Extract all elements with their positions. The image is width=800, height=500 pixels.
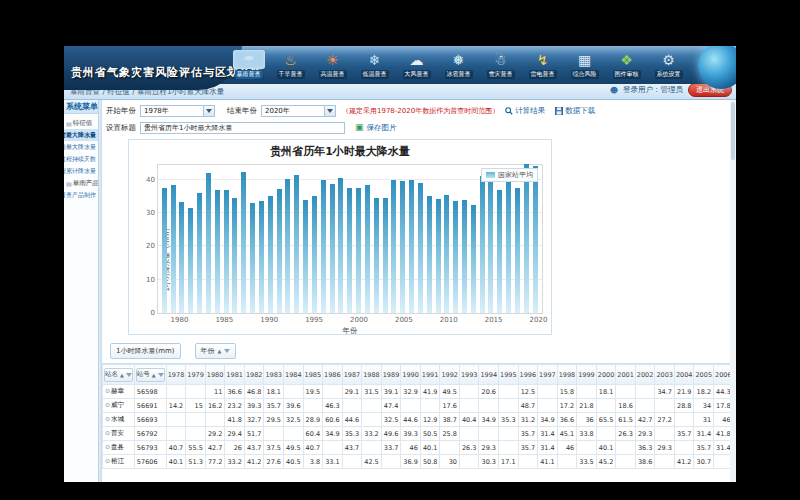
nav-item[interactable]: ♨干旱普查 (271, 50, 310, 79)
main-panel: 开始年份 1978年 结束年份 2020年 （规定采用1978-2020年数据作… (102, 100, 736, 482)
year-column-header[interactable]: 2001 (616, 365, 636, 385)
year-column-header[interactable]: 1985 (303, 365, 323, 385)
year-column-header[interactable]: 1978 (166, 365, 186, 385)
year-column-header[interactable]: 1998 (557, 365, 577, 385)
vertical-scrollbar[interactable] (730, 100, 736, 482)
row-radio-icon[interactable]: ⊙ (105, 401, 110, 408)
value-cell (362, 399, 382, 413)
bar (285, 179, 290, 313)
table-row[interactable]: ⊙赫章565981136.646.818.119.529.131.539.132… (103, 385, 737, 399)
table-row[interactable]: ⊙普安5679229.229.451.760.434.935.333.249.6… (103, 427, 737, 441)
row-radio-icon[interactable]: ⊙ (105, 457, 110, 464)
tree-item[interactable]: 暴雨过程持续天数 (64, 153, 98, 165)
col-station-id-header[interactable]: 站号 ▲ (134, 365, 166, 385)
year-column-header[interactable]: 1983 (264, 365, 284, 385)
bar (497, 190, 502, 313)
nav-item[interactable]: ☀高温普查 (313, 50, 352, 79)
tree-item[interactable]: 暴雨过程日最大降水量 (64, 141, 98, 153)
nav-item[interactable]: ▦综合风险 (565, 50, 604, 79)
nav-item[interactable]: ↯雷电普查 (523, 50, 562, 79)
tree-node[interactable]: ▤暴雨产品制作 (64, 177, 98, 189)
value-cell: 35.3 (499, 413, 519, 427)
year-column-header[interactable]: 1980 (205, 365, 225, 385)
row-radio-icon[interactable]: ⊙ (105, 429, 110, 436)
year-column-header[interactable]: 1988 (362, 365, 382, 385)
value-cell: 29.3 (479, 441, 499, 455)
start-year-select[interactable]: 1978年 (140, 105, 215, 117)
year-column-header[interactable]: 1982 (244, 365, 264, 385)
year-column-header[interactable]: 1979 (186, 365, 206, 385)
year-column-header[interactable]: 1999 (577, 365, 597, 385)
nav-item[interactable]: ❄低温普查 (355, 50, 394, 79)
year-column-header[interactable]: 2002 (635, 365, 655, 385)
table-row[interactable]: ⊙榕江5760640.151.377.233.241.227.640.53.83… (103, 455, 737, 469)
tree-item[interactable]: 暴雨过程累计降水量 (64, 165, 98, 177)
chevron-down-icon[interactable] (324, 106, 335, 116)
nav-item[interactable]: ❖图件审核 (607, 50, 646, 79)
tree-node[interactable]: ▤特征值 (64, 117, 98, 129)
nav-item[interactable]: ❅冰雹普查 (439, 50, 478, 79)
tree-item[interactable]: 暴雨过程1小时最大降水量 (64, 129, 98, 141)
bar (356, 188, 361, 313)
year-column-header[interactable]: 1989 (381, 365, 401, 385)
table-row[interactable]: ⊙盘县5679340.755.542.72643.737.549.540.743… (103, 441, 737, 455)
value-cell (674, 413, 694, 427)
year-column-header[interactable]: 2004 (674, 365, 694, 385)
chart-title-input[interactable] (140, 122, 345, 134)
tree-item[interactable]: 普查产品制作 (64, 189, 98, 201)
year-column-header[interactable]: 1991 (420, 365, 440, 385)
sort-asc-icon[interactable]: ▲ (152, 372, 156, 378)
value-cell: 41.9 (420, 385, 440, 399)
filter-funnel-icon[interactable] (224, 349, 230, 353)
year-column-header[interactable]: 1981 (225, 365, 245, 385)
nav-item[interactable]: ☁大风普查 (397, 50, 436, 79)
sort-asc-icon[interactable]: ▲ (120, 372, 124, 378)
column-field-chip[interactable]: 年份 ▲ (195, 343, 237, 359)
bar (171, 185, 176, 313)
row-radio-icon[interactable]: ⊙ (105, 415, 110, 422)
save-image-button[interactable]: 保存图片 (367, 123, 397, 133)
year-column-header[interactable]: 1987 (342, 365, 362, 385)
year-column-header[interactable]: 1984 (284, 365, 304, 385)
table-row[interactable]: ⊙水城5669341.832.729.532.528.960.644.632.5… (103, 413, 737, 427)
sort-asc-icon[interactable]: ▲ (218, 348, 222, 354)
filter-funnel-icon[interactable] (126, 373, 132, 377)
end-year-select[interactable]: 2020年 (261, 105, 336, 117)
table-row[interactable]: ⊙威宁5669114.21516.223.239.335.739.646.347… (103, 399, 737, 413)
row-radio-icon[interactable]: ⊙ (105, 443, 110, 450)
year-column-header[interactable]: 1992 (440, 365, 460, 385)
chart-legend[interactable]: 国家站平均 (481, 168, 538, 182)
value-cell: 37.5 (264, 441, 284, 455)
nav-item[interactable]: ⚙系统设置 (649, 50, 688, 79)
year-column-header[interactable]: 1986 (323, 365, 343, 385)
value-cell: 35.7 (674, 427, 694, 441)
value-cell: 50.8 (420, 455, 440, 469)
end-year-value: 2020年 (265, 106, 290, 116)
value-cell (323, 385, 343, 399)
value-cell: 27.6 (264, 455, 284, 469)
year-column-header[interactable]: 1990 (401, 365, 421, 385)
measure-chip[interactable]: 1小时降水量(mm) (110, 343, 181, 359)
chevron-down-icon[interactable] (203, 106, 214, 116)
year-column-header[interactable]: 1993 (459, 365, 479, 385)
year-column-header[interactable]: 1995 (499, 365, 519, 385)
scrollbar-thumb[interactable] (731, 102, 735, 160)
row-radio-icon[interactable]: ⊙ (105, 387, 110, 394)
data-download-button[interactable]: 数据下载 (555, 106, 595, 116)
calculate-button[interactable]: 计算结果 (505, 106, 545, 116)
col-station-header[interactable]: 站名 ▲ (103, 365, 135, 385)
year-column-header[interactable]: 2000 (596, 365, 616, 385)
year-column-header[interactable]: 1997 (538, 365, 558, 385)
value-cell: 26 (225, 441, 245, 455)
year-column-header[interactable]: 2005 (694, 365, 714, 385)
year-column-header[interactable]: 1996 (518, 365, 538, 385)
value-cell: 40.7 (166, 441, 186, 455)
value-cell: 32.9 (401, 385, 421, 399)
year-column-header[interactable]: 2003 (655, 365, 675, 385)
filter-funnel-icon[interactable] (158, 373, 164, 377)
nav-item[interactable]: ☂暴雨普查 (229, 50, 268, 79)
year-column-header[interactable]: 1994 (479, 365, 499, 385)
nav-item[interactable]: ☃雪灾普查 (481, 50, 520, 79)
x-tick-label: 1990 (260, 316, 278, 324)
value-cell: 17.6 (440, 399, 460, 413)
